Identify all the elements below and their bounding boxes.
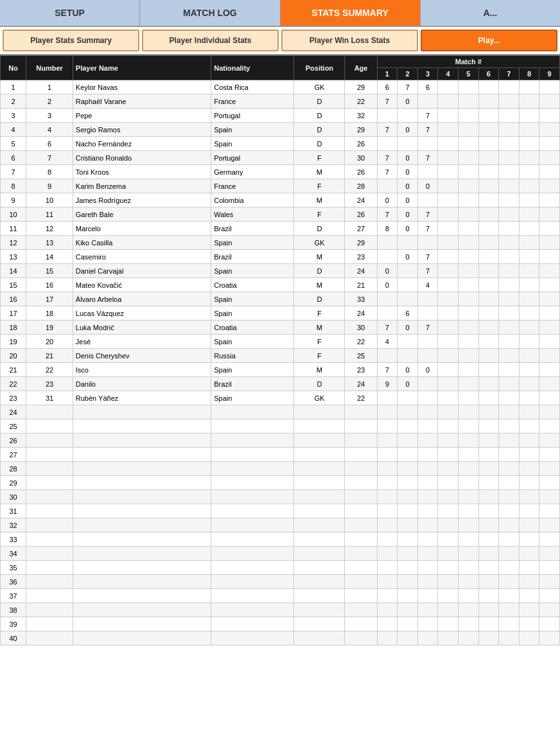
match-cell-3	[417, 434, 438, 448]
table-row: 1213Kiko CasillaSpainGK29	[1, 236, 560, 250]
match-cell-7	[499, 109, 520, 123]
match-cell-3: 4	[417, 278, 438, 292]
match-cell-2	[398, 617, 418, 631]
sub-nav-player-other[interactable]: Play...	[421, 30, 557, 51]
match-cell-1	[377, 547, 398, 561]
match-cell-3: 7	[417, 151, 438, 165]
match-cell-5	[458, 193, 478, 207]
match-cell-3	[417, 306, 438, 321]
match-cell-4	[438, 151, 459, 165]
match-cell-7	[499, 349, 520, 363]
table-row: 1718Lucas VázquezSpainF246	[1, 306, 560, 321]
match-cell-6	[478, 434, 499, 448]
match-cell-1	[377, 561, 398, 575]
match-cell-3	[417, 589, 438, 603]
table-row: 25	[1, 419, 560, 434]
match-cell-3	[417, 462, 438, 476]
match-cell-3	[417, 532, 438, 547]
match-cell-7	[499, 306, 520, 321]
match-cell-9	[539, 363, 560, 377]
match-cell-1	[377, 504, 398, 518]
match-cell-8	[519, 405, 539, 419]
match-cell-2	[398, 547, 418, 561]
match-cell-4	[438, 532, 459, 547]
match-cell-1: 0	[377, 193, 398, 207]
match-cell-7	[499, 222, 520, 236]
match-cell-3: 7	[417, 207, 438, 222]
table-row: 37	[1, 589, 560, 603]
sub-nav-player-individual-stats[interactable]: Player Individual Stats	[142, 30, 279, 51]
match-cell-8	[519, 80, 539, 94]
top-nav-stats[interactable]: STATS SUMMARY	[281, 0, 421, 26]
header-position: Position	[294, 56, 345, 80]
table-row: 39	[1, 617, 560, 631]
match-cell-7	[499, 405, 520, 419]
match-cell-7	[499, 80, 520, 94]
match-cell-4	[438, 292, 459, 306]
match-cell-9	[539, 222, 560, 236]
match-cell-8	[519, 631, 539, 646]
match-cell-9	[539, 448, 560, 462]
sub-nav: Player Stats Summary Player Individual S…	[0, 27, 560, 55]
table-row: 2122IscoSpainM23700	[1, 363, 560, 377]
match-cell-6	[478, 476, 499, 490]
match-cell-4	[438, 80, 459, 94]
match-cell-5	[458, 462, 478, 476]
header-age: Age	[345, 56, 377, 80]
match-cell-9	[539, 236, 560, 250]
table-row: 1112MarceloBrazilD27807	[1, 222, 560, 236]
top-nav-setup[interactable]: SETUP	[0, 0, 140, 26]
match-cell-3	[417, 94, 438, 109]
match-cell-5	[458, 207, 478, 222]
top-nav-matchlog[interactable]: MATCH LOG	[140, 0, 280, 26]
table-row: 29	[1, 476, 560, 490]
match-cell-8	[519, 462, 539, 476]
match-cell-8	[519, 518, 539, 532]
match-cell-6	[478, 321, 499, 335]
match-cell-2: 0	[398, 207, 418, 222]
header-no: No	[1, 56, 26, 80]
match-cell-4	[438, 448, 459, 462]
match-cell-8	[519, 292, 539, 306]
match-cell-9	[539, 603, 560, 617]
header-match-4: 4	[438, 68, 459, 80]
match-cell-9	[539, 179, 560, 193]
match-cell-4	[438, 589, 459, 603]
table-row: 11Keylor NavasCosta RicaGK29676	[1, 80, 560, 94]
match-cell-3	[417, 165, 438, 179]
sub-nav-player-stats-summary[interactable]: Player Stats Summary	[3, 30, 139, 51]
match-cell-4	[438, 617, 459, 631]
match-cell-9	[539, 335, 560, 349]
match-cell-3	[417, 193, 438, 207]
match-cell-4	[438, 391, 459, 405]
match-cell-9	[539, 151, 560, 165]
match-cell-7	[499, 250, 520, 264]
match-cell-5	[458, 165, 478, 179]
match-cell-3: 7	[417, 109, 438, 123]
match-cell-1	[377, 179, 398, 193]
match-cell-9	[539, 264, 560, 278]
sub-nav-player-win-loss[interactable]: Player Win Loss Stats	[281, 30, 418, 51]
match-cell-6	[478, 349, 499, 363]
match-cell-9	[539, 250, 560, 264]
match-cell-3	[417, 490, 438, 504]
match-cell-9	[539, 391, 560, 405]
table-body: 11Keylor NavasCosta RicaGK2967622Raphaël…	[1, 80, 560, 646]
match-cell-5	[458, 391, 478, 405]
match-cell-5	[458, 377, 478, 391]
match-cell-1	[377, 405, 398, 419]
match-cell-8	[519, 222, 539, 236]
match-cell-1: 7	[377, 321, 398, 335]
match-cell-7	[499, 236, 520, 250]
match-cell-6	[478, 589, 499, 603]
table-row: 2021Denis CheryshevRussiaF25	[1, 349, 560, 363]
table-row: 26	[1, 434, 560, 448]
table-row: 27	[1, 448, 560, 462]
match-cell-2	[398, 631, 418, 646]
match-cell-3	[417, 617, 438, 631]
match-cell-5	[458, 123, 478, 137]
top-nav-other[interactable]: A...	[421, 0, 560, 26]
match-cell-6	[478, 264, 499, 278]
header-match-3: 3	[417, 68, 438, 80]
match-cell-3	[417, 504, 438, 518]
